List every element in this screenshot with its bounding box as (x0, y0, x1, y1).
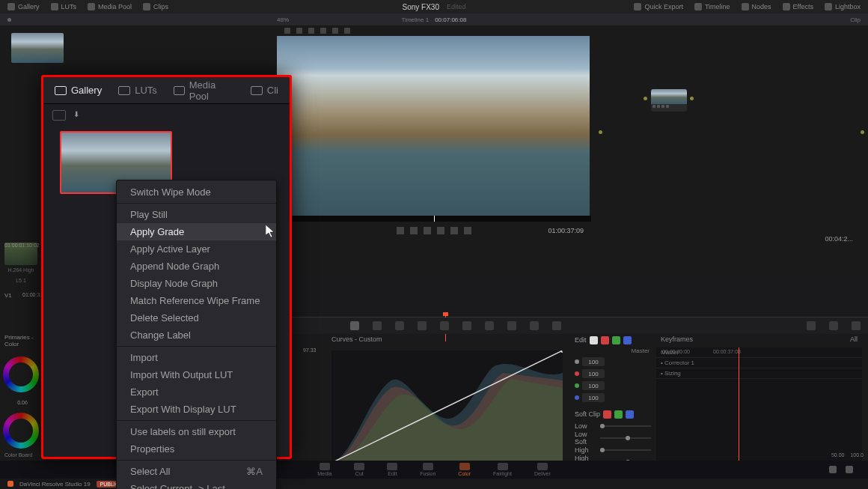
window-palette-button[interactable] (418, 321, 427, 330)
kf-all-dropdown[interactable]: All (850, 335, 858, 344)
tab-clips[interactable]: Clips (143, 3, 168, 10)
menu-select-current-last[interactable]: Select Current -> Last (117, 480, 276, 489)
sc-g-button[interactable] (614, 410, 623, 419)
viewer-tool-button[interactable] (308, 28, 314, 34)
curves-graph[interactable] (331, 350, 563, 463)
channel-g-button[interactable] (612, 336, 620, 344)
page-edit[interactable]: Edit (387, 463, 397, 476)
tab-gallery[interactable]: Gallery (55, 85, 102, 96)
viewer-tool-button[interactable] (344, 28, 350, 34)
channel-b-button[interactable] (623, 336, 632, 344)
kf-track[interactable]: • Sizing (656, 368, 862, 379)
menu-delete-selected[interactable]: Delete Selected (117, 309, 276, 326)
node-graph-panel[interactable]: 00:04:2... (591, 25, 868, 250)
timeline-name[interactable]: Timeline 1 (402, 16, 430, 23)
tab-luts[interactable]: LUTs (51, 3, 77, 10)
value-input[interactable] (582, 357, 605, 366)
menu-append-node-graph[interactable]: Append Node Graph (117, 258, 276, 275)
3d-palette-button[interactable] (552, 321, 561, 330)
gallery-still-thumb[interactable] (11, 33, 64, 63)
value-input[interactable] (582, 369, 605, 378)
channel-dot[interactable] (575, 395, 579, 400)
channel-dot[interactable] (575, 359, 579, 364)
tab-gallery[interactable]: Gallery (7, 3, 40, 10)
info-button[interactable] (852, 321, 861, 330)
menu-select-all[interactable]: Select All⌘A (117, 463, 276, 480)
lowsoft-slider[interactable] (600, 437, 651, 439)
color-wheel[interactable] (3, 413, 39, 449)
sizing-palette-button[interactable] (530, 321, 539, 330)
menu-import[interactable]: Import (117, 349, 276, 366)
menu-apply-grade[interactable]: Apply Grade (117, 223, 276, 240)
tab-clips[interactable]: Cli (251, 85, 278, 96)
low-slider[interactable] (600, 425, 651, 427)
viewer-tool-button[interactable] (332, 28, 338, 34)
tracker-palette-button[interactable] (440, 321, 449, 330)
qualifier-palette-button[interactable] (395, 321, 404, 330)
menu-display-node-graph[interactable]: Display Node Graph (117, 275, 276, 292)
kf-track[interactable]: • Corrector 1 (656, 358, 862, 368)
node-output-pin[interactable] (690, 97, 694, 100)
menu-use-labels[interactable]: Use labels on still export (117, 423, 276, 440)
page-fairlight[interactable]: Fairlight (493, 463, 512, 476)
loop-button[interactable] (464, 227, 471, 234)
channel-r-button[interactable] (601, 336, 609, 344)
zoom-level[interactable]: 48% (277, 16, 289, 23)
curves-palette-button[interactable] (350, 321, 359, 330)
menu-properties[interactable]: Properties (117, 440, 276, 458)
scopes-button[interactable] (829, 321, 838, 330)
menu-import-output-lut[interactable]: Import With Output LUT (117, 366, 276, 383)
page-deliver[interactable]: Deliver (534, 463, 551, 476)
page-cut[interactable]: Cut (354, 463, 364, 476)
channel-y-button[interactable] (590, 336, 598, 344)
tab-mediapool[interactable]: Media Pool (88, 3, 132, 10)
page-color[interactable]: Color (458, 463, 471, 476)
menu-export-display-lut[interactable]: Export With Display LUT (117, 401, 276, 418)
kf-expand-button[interactable] (807, 321, 816, 330)
effects-button[interactable]: Effects (783, 3, 813, 10)
menu-export[interactable]: Export (117, 383, 276, 401)
graph-output[interactable] (861, 130, 864, 134)
viewer-tool-button[interactable] (320, 28, 326, 34)
home-button[interactable] (829, 466, 837, 473)
page-media[interactable]: Media (317, 463, 331, 476)
lightbox-button[interactable]: Lightbox (825, 3, 861, 10)
corrector-node[interactable] (651, 89, 687, 112)
play-button[interactable] (437, 227, 444, 234)
viewer-scrubber[interactable] (277, 216, 591, 222)
keyframes-timeline[interactable]: 00:00:00:00 00:00:37:08 Master • Correct… (656, 347, 862, 467)
channel-dot[interactable] (575, 371, 579, 376)
value-input[interactable] (582, 381, 605, 390)
nodes-button[interactable]: Nodes (742, 3, 771, 10)
menu-change-label[interactable]: Change Label (117, 326, 276, 344)
sidebar-toggle-button[interactable] (52, 110, 66, 121)
value-input[interactable] (582, 393, 605, 402)
tab-luts[interactable]: LUTs (118, 85, 157, 96)
prev-clip-button[interactable] (397, 227, 404, 234)
page-fusion[interactable]: Fusion (420, 463, 435, 476)
blur-palette-button[interactable] (485, 321, 494, 330)
step-back-button[interactable] (410, 227, 418, 234)
sc-b-button[interactable] (626, 410, 634, 419)
quick-export-button[interactable]: Quick Export (634, 3, 683, 10)
next-clip-button[interactable] (450, 227, 458, 234)
magic-palette-button[interactable] (462, 321, 471, 330)
graph-input[interactable] (599, 130, 602, 134)
menu-play-still[interactable]: Play Still (117, 206, 276, 223)
menu-switch-wipe[interactable]: Switch Wipe Mode (117, 183, 276, 201)
tab-mediapool[interactable]: Media Pool (174, 79, 234, 102)
node-input-pin[interactable] (644, 97, 647, 100)
viewer-tool-button[interactable] (284, 28, 290, 34)
channel-dot[interactable] (575, 383, 579, 388)
clip-thumb[interactable]: H.264 High L5.1 (4, 243, 37, 282)
project-settings-button[interactable] (846, 466, 853, 473)
stop-button[interactable] (424, 227, 431, 234)
key-palette-button[interactable] (507, 321, 516, 330)
sc-r-button[interactable] (603, 410, 611, 419)
kf-playhead[interactable] (739, 347, 739, 467)
menu-apply-active-layer[interactable]: Apply Active Layer (117, 240, 276, 258)
viewer-canvas[interactable] (277, 36, 590, 216)
warper-palette-button[interactable] (373, 321, 382, 330)
timeline-button[interactable]: Timeline (694, 3, 730, 10)
viewer-tool-button[interactable] (296, 28, 302, 34)
